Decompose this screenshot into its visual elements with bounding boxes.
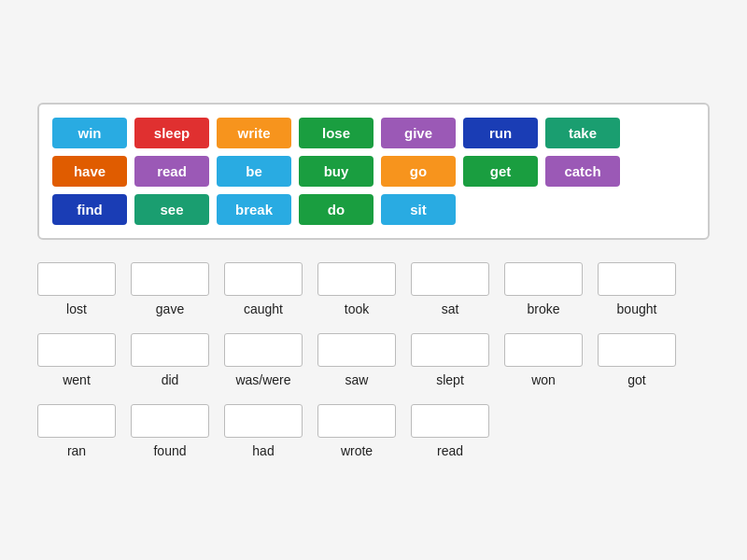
answer-item-got: got: [598, 333, 676, 387]
word-tile-go[interactable]: go: [381, 156, 456, 187]
answer-item-did: did: [131, 333, 209, 387]
answer-item-ran: ran: [37, 404, 116, 458]
word-tile-catch[interactable]: catch: [545, 156, 620, 187]
answer-box-sat[interactable]: [411, 262, 489, 296]
answer-label-did: did: [162, 372, 179, 387]
answer-label-caught: caught: [244, 301, 283, 316]
word-tile-take[interactable]: take: [545, 118, 620, 148]
answer-row-2: ranfoundhadwroteread: [37, 404, 710, 458]
word-tile-find[interactable]: find: [52, 194, 127, 225]
word-tile-write[interactable]: write: [217, 118, 291, 148]
word-tile-have[interactable]: have: [52, 156, 127, 187]
word-tile-sit[interactable]: sit: [381, 194, 456, 225]
word-bank-row-1: havereadbebuygogetcatch: [52, 156, 695, 187]
answer-box-gave[interactable]: [131, 262, 209, 296]
answer-item-lost: lost: [37, 262, 116, 316]
answer-box-wrote[interactable]: [317, 404, 396, 438]
answer-row-1: wentdidwas/weresawsleptwongot: [37, 333, 710, 387]
answer-item-broke: broke: [504, 262, 583, 316]
answer-box-broke[interactable]: [504, 262, 583, 296]
answer-section: lostgavecaughttooksatbrokeboughtwentdidw…: [37, 262, 710, 458]
word-bank-row-2: findseebreakdosit: [52, 194, 695, 225]
answer-box-found[interactable]: [131, 404, 209, 438]
answer-box-saw[interactable]: [317, 333, 396, 367]
answer-label-read: read: [437, 443, 463, 458]
answer-item-was/were: was/were: [224, 333, 303, 387]
word-tile-sleep[interactable]: sleep: [134, 118, 209, 148]
answer-item-slept: slept: [411, 333, 489, 387]
answer-label-gave: gave: [156, 301, 184, 316]
answer-label-wrote: wrote: [341, 443, 373, 458]
word-bank-row-0: winsleepwritelosegiveruntake: [52, 118, 695, 148]
answer-box-went[interactable]: [37, 333, 116, 367]
answer-label-slept: slept: [436, 372, 464, 387]
answer-label-lost: lost: [66, 301, 87, 316]
answer-label-was/were: was/were: [235, 372, 290, 387]
answer-box-ran[interactable]: [37, 404, 116, 438]
answer-item-went: went: [37, 333, 116, 387]
word-tile-see[interactable]: see: [134, 194, 209, 225]
answer-item-found: found: [131, 404, 209, 458]
word-tile-do[interactable]: do: [299, 194, 374, 225]
answer-row-0: lostgavecaughttooksatbrokebought: [37, 262, 710, 316]
answer-label-had: had: [252, 443, 274, 458]
answer-item-caught: caught: [224, 262, 303, 316]
answer-box-slept[interactable]: [411, 333, 489, 367]
answer-item-sat: sat: [411, 262, 489, 316]
answer-item-saw: saw: [317, 333, 396, 387]
answer-label-found: found: [153, 443, 186, 458]
word-tile-be[interactable]: be: [217, 156, 291, 187]
answer-box-took[interactable]: [317, 262, 396, 296]
answer-box-got[interactable]: [598, 333, 676, 367]
answer-item-wrote: wrote: [317, 404, 396, 458]
answer-label-saw: saw: [345, 372, 369, 387]
answer-label-ran: ran: [67, 443, 86, 458]
answer-item-gave: gave: [131, 262, 209, 316]
word-tile-win[interactable]: win: [52, 118, 127, 148]
word-tile-get[interactable]: get: [463, 156, 538, 187]
answer-item-read: read: [411, 404, 489, 458]
answer-box-did[interactable]: [131, 333, 209, 367]
answer-label-took: took: [345, 301, 369, 316]
answer-label-got: got: [627, 372, 645, 387]
word-tile-read[interactable]: read: [134, 156, 209, 187]
answer-label-won: won: [531, 372, 556, 387]
word-tile-break[interactable]: break: [217, 194, 291, 225]
answer-label-broke: broke: [527, 301, 559, 316]
answer-item-bought: bought: [598, 262, 676, 316]
answer-label-bought: bought: [617, 301, 657, 316]
answer-label-went: went: [63, 372, 91, 387]
main-container: winsleepwritelosegiveruntakehavereadbebu…: [19, 84, 728, 477]
word-tile-run[interactable]: run: [463, 118, 538, 148]
answer-box-was/were[interactable]: [224, 333, 303, 367]
answer-item-won: won: [504, 333, 583, 387]
answer-box-caught[interactable]: [224, 262, 303, 296]
answer-label-sat: sat: [442, 301, 459, 316]
answer-box-won[interactable]: [504, 333, 583, 367]
word-tile-give[interactable]: give: [381, 118, 456, 148]
answer-item-took: took: [317, 262, 396, 316]
answer-box-bought[interactable]: [598, 262, 676, 296]
word-bank: winsleepwritelosegiveruntakehavereadbebu…: [37, 103, 710, 240]
answer-item-had: had: [224, 404, 303, 458]
word-tile-buy[interactable]: buy: [299, 156, 374, 187]
answer-box-read[interactable]: [411, 404, 489, 438]
answer-box-had[interactable]: [224, 404, 303, 438]
answer-box-lost[interactable]: [37, 262, 116, 296]
word-tile-lose[interactable]: lose: [299, 118, 374, 148]
